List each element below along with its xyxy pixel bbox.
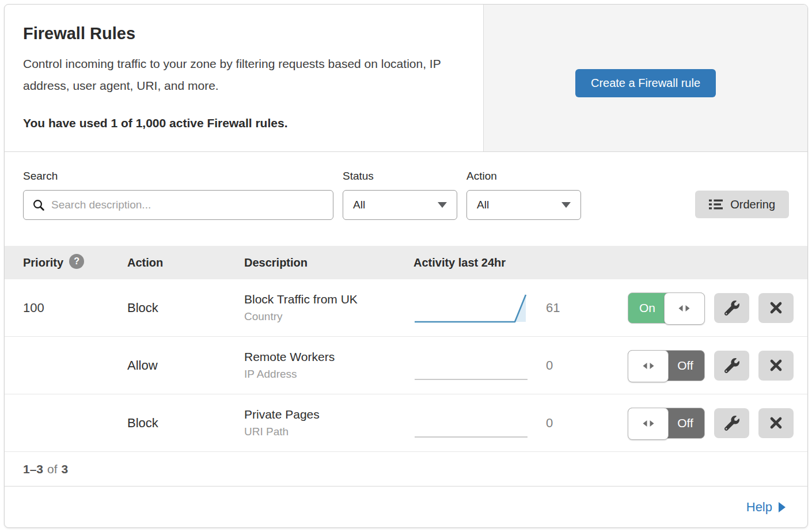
rule-action: Allow	[127, 358, 244, 373]
firewall-rules-panel: Firewall Rules Control incoming traffic …	[4, 4, 808, 528]
edit-rule-button[interactable]	[714, 293, 749, 323]
activity-sparkline	[413, 405, 529, 441]
rule-controls: Off	[621, 408, 794, 439]
status-select[interactable]: All	[343, 190, 457, 220]
action-selected-value: All	[477, 199, 489, 211]
help-link[interactable]: Help	[746, 500, 786, 515]
pagination-bar: 1–3 of 3	[5, 452, 807, 487]
toggle-state-label: On	[628, 293, 666, 323]
rule-enabled-toggle[interactable]: Off	[628, 350, 705, 381]
table-row: Allow Remote Workers IP Address 0 Off	[5, 337, 807, 394]
drag-arrows-icon	[642, 362, 655, 370]
action-filter-group: Action All	[466, 170, 581, 220]
rule-enabled-toggle[interactable]: On	[628, 292, 705, 324]
delete-rule-button[interactable]	[758, 293, 794, 323]
priority-help-icon[interactable]: ?	[69, 254, 84, 269]
close-icon	[769, 301, 783, 314]
search-group: Search	[23, 170, 333, 220]
action-label: Action	[466, 170, 581, 183]
rule-priority: 100	[23, 301, 127, 316]
ordering-button-label: Ordering	[730, 198, 775, 211]
rule-activity-cell: 61	[413, 290, 621, 326]
wrench-icon	[724, 416, 739, 431]
pagination-range: 1–3	[23, 462, 43, 476]
toggle-state-label: Off	[666, 351, 704, 381]
rule-activity-cell: 0	[413, 348, 621, 383]
rule-match-type: Country	[244, 310, 413, 323]
wrench-icon	[724, 358, 739, 373]
rule-controls: On	[621, 292, 794, 324]
filter-bar: Search Status All Action All	[5, 152, 807, 246]
column-header-action: Action	[127, 256, 244, 269]
search-box[interactable]	[23, 190, 333, 220]
help-link-label: Help	[746, 500, 772, 515]
delete-rule-button[interactable]	[758, 351, 794, 381]
search-input[interactable]	[51, 199, 324, 211]
close-icon	[769, 416, 783, 430]
create-firewall-rule-button[interactable]: Create a Firewall rule	[575, 69, 716, 97]
rule-match-type: URI Path	[244, 425, 413, 438]
toggle-state-label: Off	[666, 408, 704, 438]
status-filter-group: Status All	[343, 170, 457, 220]
activity-count: 61	[546, 301, 560, 316]
rule-description-cell: Block Traffic from UK Country	[244, 292, 413, 323]
column-header-activity: Activity last 24hr	[413, 256, 621, 269]
column-header-description: Description	[244, 256, 413, 269]
chevron-down-icon	[438, 202, 447, 208]
drag-arrows-icon	[677, 305, 691, 312]
header-action-area: Create a Firewall rule	[483, 5, 807, 151]
activity-sparkline	[413, 348, 529, 383]
delete-rule-button[interactable]	[758, 408, 794, 438]
rule-enabled-toggle[interactable]: Off	[628, 408, 705, 439]
toggle-handle[interactable]	[628, 350, 669, 382]
rule-description: Remote Workers	[244, 350, 413, 364]
close-icon	[769, 359, 783, 372]
wrench-icon	[724, 301, 739, 316]
edit-rule-button[interactable]	[714, 351, 749, 381]
rule-activity-cell: 0	[413, 405, 621, 441]
rule-action: Block	[127, 301, 244, 316]
ordered-list-icon	[709, 199, 723, 210]
rule-description: Private Pages	[244, 408, 413, 421]
activity-sparkline	[413, 290, 529, 326]
column-header-priority: Priority ?	[23, 256, 127, 269]
ordering-button[interactable]: Ordering	[695, 191, 789, 218]
status-label: Status	[343, 170, 457, 183]
rule-description: Block Traffic from UK	[244, 292, 413, 306]
chevron-down-icon	[561, 202, 571, 208]
rule-action: Block	[127, 416, 244, 431]
edit-rule-button[interactable]	[714, 408, 749, 438]
status-selected-value: All	[353, 199, 365, 211]
table-header-row: Priority ? Action Description Activity l…	[5, 246, 807, 279]
pagination-total: 3	[62, 462, 69, 476]
action-select[interactable]: All	[466, 190, 581, 220]
activity-count: 0	[546, 416, 553, 431]
toggle-handle[interactable]	[628, 408, 669, 440]
rule-description-cell: Remote Workers IP Address	[244, 350, 413, 381]
help-bar: Help	[5, 487, 807, 527]
toggle-handle[interactable]	[664, 292, 705, 325]
header-text-block: Firewall Rules Control incoming traffic …	[5, 5, 483, 151]
search-icon	[32, 199, 45, 211]
table-row: 100 Block Block Traffic from UK Country …	[5, 279, 807, 337]
arrow-right-icon	[779, 502, 786, 512]
rule-description-cell: Private Pages URI Path	[244, 408, 413, 438]
drag-arrows-icon	[642, 420, 655, 427]
pagination-of: of	[47, 462, 58, 476]
search-label: Search	[23, 170, 333, 183]
panel-header: Firewall Rules Control incoming traffic …	[5, 5, 807, 152]
usage-note: You have used 1 of 1,000 active Firewall…	[23, 116, 465, 130]
activity-count: 0	[546, 358, 553, 373]
rule-match-type: IP Address	[244, 368, 413, 381]
table-row: Block Private Pages URI Path 0 Off	[5, 394, 807, 452]
rule-controls: Off	[621, 350, 794, 381]
page-description: Control incoming traffic to your zone by…	[23, 53, 465, 97]
page-title: Firewall Rules	[23, 24, 465, 43]
